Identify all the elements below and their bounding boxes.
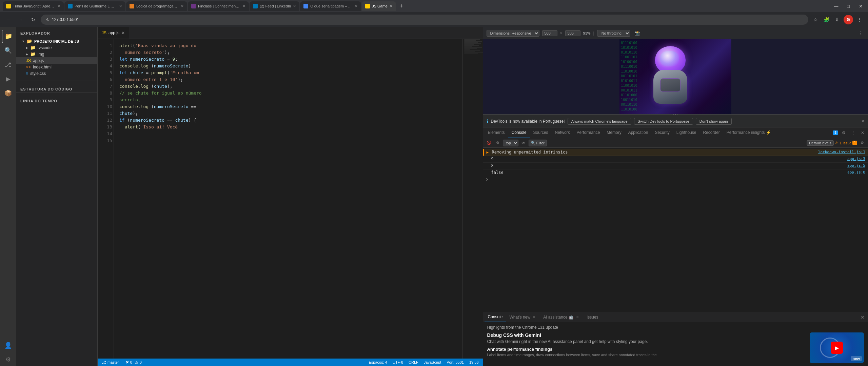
devtools-gear-icon[interactable]: ⚙ — [840, 129, 848, 137]
close-button[interactable]: ✕ — [856, 1, 865, 11]
tab-console[interactable]: Console — [508, 127, 530, 138]
debug-css-desc: Chat with Gemini right in the new AI ass… — [487, 339, 805, 344]
browser-tab-tab5[interactable]: (2) Feed | LinkedIn✕ — [250, 1, 299, 11]
forward-button[interactable]: → — [16, 15, 26, 24]
url-bar[interactable]: ⚠ 127.0.0.1:5501 — [41, 15, 808, 25]
browser-tab-tab4[interactable]: Finclass | Conhecimento é dim...✕ — [188, 1, 249, 11]
tab-recorder[interactable]: Recorder — [699, 127, 723, 138]
ai-close[interactable]: ✕ — [575, 315, 580, 320]
tab-close-tab6[interactable]: ✕ — [355, 4, 358, 8]
line-ending-status[interactable]: CRLF — [407, 360, 420, 364]
back-button[interactable]: ← — [4, 15, 14, 24]
suit-body — [653, 70, 687, 104]
source-control-icon[interactable]: ⎇ — [2, 58, 15, 71]
console-settings2-icon[interactable]: ⚙ — [859, 139, 866, 147]
settings-icon[interactable]: ⚙ — [2, 353, 15, 366]
line-numbers: 12345 678910 1112131415 — [98, 39, 114, 359]
tab-network[interactable]: Network — [552, 127, 573, 138]
switch-language-button[interactable]: Switch DevTools to Portuguese — [634, 118, 693, 125]
menu-icon[interactable]: ⋮ — [855, 15, 864, 24]
default-levels-dropdown[interactable]: Default levels — [807, 140, 834, 146]
bottom-panel-close[interactable]: ✕ — [859, 313, 867, 321]
tab-application[interactable]: Application — [625, 127, 652, 138]
minimize-button[interactable]: — — [831, 1, 841, 11]
camera-icon[interactable]: 📸 — [633, 29, 641, 37]
tab-memory[interactable]: Memory — [603, 127, 625, 138]
tab-elements[interactable]: Elements — [485, 127, 508, 138]
tab-close-tab1[interactable]: ✕ — [57, 4, 60, 8]
dimensions-select[interactable]: Dimensions: Responsive — [487, 30, 539, 37]
filter-box[interactable]: 🔍 Filter — [529, 140, 547, 146]
tab-performance[interactable]: Performance — [573, 127, 604, 138]
code-content[interactable]: alert('Boas vindas ao jogo do número sec… — [114, 39, 462, 359]
spaces-status[interactable]: Espaços: 4 — [368, 360, 389, 364]
search-icon[interactable]: 🔍 — [2, 44, 15, 57]
notification-close[interactable]: ✕ — [861, 119, 865, 124]
console-settings-icon[interactable]: ⚙ — [494, 139, 501, 147]
tab-close-tab7[interactable]: ✕ — [390, 4, 393, 8]
editor-tab-close[interactable]: ✕ — [121, 30, 125, 35]
log-false-link[interactable]: app.js:8 — [847, 170, 865, 175]
explorer-icon[interactable]: 📁 — [2, 30, 15, 43]
devtools-close-icon[interactable]: ✕ — [859, 129, 867, 137]
bottom-tab-issues[interactable]: Issues — [583, 312, 602, 322]
tab-label-tab3: Lógica de programação: merg... — [136, 4, 179, 8]
bottom-tab-whats-new[interactable]: What's new ✕ — [506, 312, 540, 322]
tab-close-tab2[interactable]: ✕ — [119, 4, 122, 8]
maximize-button[interactable]: □ — [844, 1, 853, 11]
downloads-icon[interactable]: ⇩ — [833, 15, 842, 24]
vscode-folder[interactable]: ▶ 📁 .vscode — [16, 44, 97, 51]
git-branch[interactable]: ⎇ master — [100, 360, 120, 365]
devtools-settings-icon[interactable]: ⋮ — [856, 29, 865, 37]
tab-close-tab4[interactable]: ✕ — [242, 4, 245, 8]
encoding-status[interactable]: UTF-8 — [391, 360, 405, 364]
profile-button[interactable]: G — [844, 15, 853, 24]
whats-new-close[interactable]: ✕ — [532, 315, 536, 320]
bottom-tab-console[interactable]: Console — [485, 312, 506, 322]
language-status[interactable]: JavaScript — [422, 360, 442, 364]
video-thumbnail[interactable]: ▶ new — [810, 332, 864, 363]
error-count: 0 — [130, 360, 132, 364]
extensions-icon[interactable]: 🧩 — [822, 15, 831, 24]
play-button[interactable]: ▶ — [831, 342, 843, 354]
match-language-button[interactable]: Always match Chrome's language — [568, 118, 631, 125]
context-select[interactable]: top — [503, 140, 518, 146]
branch-icon: ⎇ — [102, 360, 106, 365]
log-9-link[interactable]: app.js:3 — [847, 157, 865, 161]
new-tab-button[interactable]: + — [397, 1, 406, 11]
clear-console-icon[interactable]: 🚫 — [485, 139, 493, 147]
warning-link[interactable]: lockdown-install.js:1 — [818, 150, 865, 154]
tab-lighthouse[interactable]: Lighthouse — [673, 127, 700, 138]
browser-tab-tab1[interactable]: Trilha JavaScript: Aprenda tud...✕ — [3, 1, 64, 11]
devtools-more-icon[interactable]: ⋮ — [849, 129, 857, 137]
errors-status[interactable]: ✖ 0 ⚠ 0 — [124, 360, 143, 365]
browser-tab-tab3[interactable]: Lógica de programação: merg...✕ — [126, 1, 187, 11]
appjs-file[interactable]: JS app.js — [16, 57, 97, 64]
log-8-link[interactable]: app.js:5 — [847, 163, 865, 168]
accounts-icon[interactable]: 👤 — [2, 339, 15, 352]
browser-tab-tab7[interactable]: JS Game✕ — [362, 1, 396, 11]
browser-tab-tab2[interactable]: Perfil de Guilherme Lima | Alu...✕ — [64, 1, 125, 11]
run-icon[interactable]: ▶ — [2, 73, 15, 85]
bottom-tab-ai[interactable]: AI assistance 🤖 ✕ — [540, 312, 583, 322]
tab-close-tab5[interactable]: ✕ — [293, 4, 296, 8]
width-input[interactable] — [542, 30, 557, 36]
port-status[interactable]: Port: 5501 — [445, 360, 465, 364]
stylecss-file[interactable]: # style.css — [16, 70, 97, 77]
height-input[interactable] — [565, 30, 580, 36]
eye-icon[interactable]: 👁 — [520, 139, 527, 147]
bookmark-star-icon[interactable]: ☆ — [811, 15, 820, 24]
project-root[interactable]: ▼ 📂 PROJETO-INICIAL-DE-JS — [16, 38, 97, 44]
img-folder[interactable]: ▶ 📁 img — [16, 51, 97, 57]
appjs-editor-tab[interactable]: JS app.js ✕ — [98, 27, 129, 39]
reload-button[interactable]: ↻ — [28, 15, 38, 24]
extensions-vscode-icon[interactable]: 📦 — [2, 87, 15, 100]
tab-perf-insights[interactable]: Performance insights ⚡ — [723, 127, 774, 138]
throttling-select[interactable]: No throttling — [597, 30, 630, 37]
tab-security[interactable]: Security — [651, 127, 673, 138]
dont-show-button[interactable]: Don't show again — [696, 118, 732, 125]
tab-sources[interactable]: Sources — [530, 127, 552, 138]
browser-tab-tab6[interactable]: O que seria tipagem – Pesqui...✕ — [300, 1, 361, 11]
tab-close-tab3[interactable]: ✕ — [181, 4, 184, 8]
indexhtml-file[interactable]: <> index.html — [16, 64, 97, 70]
